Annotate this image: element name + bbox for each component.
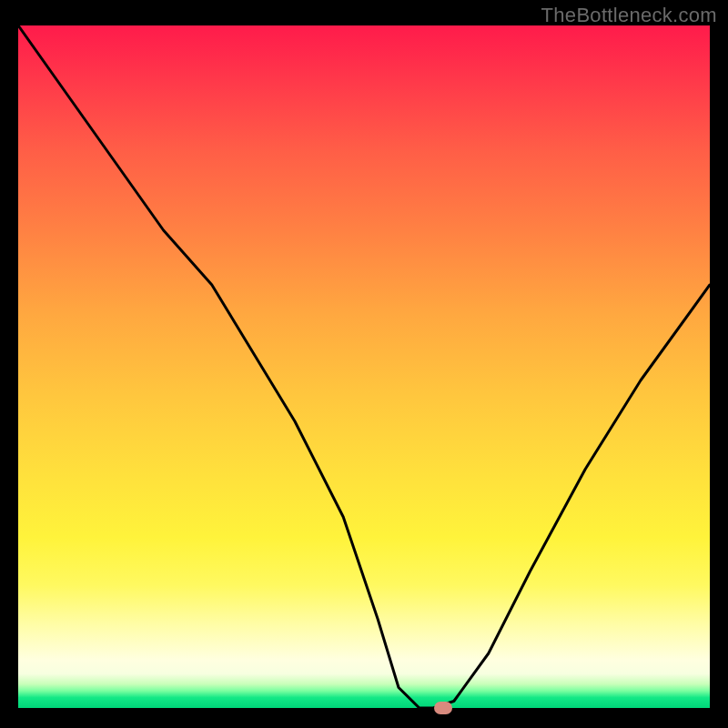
chart-container: TheBottleneck.com: [0, 0, 728, 728]
bottleneck-curve: [18, 25, 710, 708]
plot-area: [18, 25, 710, 708]
watermark-text: TheBottleneck.com: [541, 4, 717, 27]
optimum-marker: [434, 702, 452, 714]
